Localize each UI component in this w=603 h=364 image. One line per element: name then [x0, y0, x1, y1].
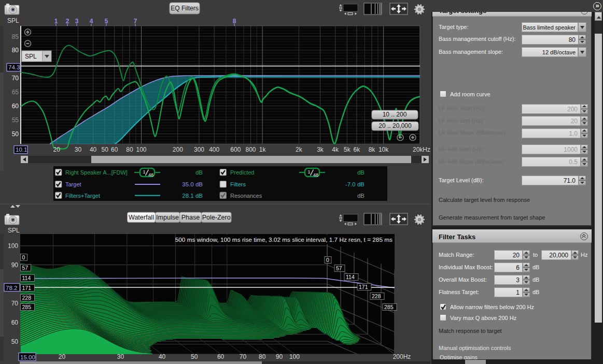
svg-text:28.1 dB: 28.1 dB: [182, 193, 203, 199]
svg-text:dB: dB: [357, 193, 364, 199]
svg-text:SPL: SPL: [7, 17, 19, 24]
svg-text:40: 40: [90, 146, 97, 153]
svg-text:114: 114: [22, 275, 31, 281]
svg-text:60: 60: [111, 146, 118, 153]
svg-text:10k: 10k: [378, 146, 389, 153]
svg-text:2k: 2k: [296, 146, 303, 153]
svg-text:600: 600: [230, 146, 241, 153]
svg-text:70: 70: [12, 75, 19, 82]
svg-text:0: 0: [326, 257, 329, 263]
svg-text:Predicted: Predicted: [230, 169, 254, 176]
svg-text:50: 50: [11, 338, 19, 345]
svg-text:7: 7: [134, 18, 137, 25]
svg-text:20kHz: 20kHz: [413, 146, 430, 153]
svg-text:171: 171: [359, 284, 368, 290]
svg-text:Pole-Zero: Pole-Zero: [202, 214, 231, 221]
svg-text:dB: dB: [357, 169, 364, 176]
svg-text:3k: 3k: [317, 146, 324, 153]
svg-text:228: 228: [372, 293, 381, 299]
svg-text:Filters: Filters: [230, 181, 246, 187]
svg-text:90: 90: [276, 353, 283, 360]
svg-text:Waterfall: Waterfall: [129, 214, 154, 221]
svg-text:-7.0 dB: -7.0 dB: [345, 181, 364, 187]
svg-text:228: 228: [22, 295, 32, 301]
svg-text:55: 55: [12, 117, 19, 124]
svg-text:4k: 4k: [332, 146, 339, 153]
svg-text:Right Speaker A...[FDW]: Right Speaker A...[FDW]: [65, 169, 128, 176]
svg-text:200: 200: [173, 146, 183, 153]
svg-text:70: 70: [240, 353, 247, 360]
svg-text:48: 48: [148, 172, 153, 178]
svg-text:200Hz: 200Hz: [393, 353, 411, 360]
svg-text:300: 300: [194, 146, 204, 153]
svg-text:85: 85: [12, 33, 19, 40]
svg-text:35.0 dB: 35.0 dB: [182, 181, 203, 187]
svg-text:Target: Target: [65, 181, 81, 187]
svg-text:10 .. 200: 10 .. 200: [383, 111, 407, 118]
svg-text:0: 0: [22, 254, 25, 260]
svg-text:10.1: 10.1: [16, 147, 27, 153]
svg-text:60: 60: [11, 319, 19, 326]
svg-text:800: 800: [245, 146, 256, 153]
svg-text:8k: 8k: [369, 146, 376, 153]
svg-text:285: 285: [22, 304, 32, 310]
svg-text:dB: dB: [195, 169, 203, 176]
svg-text:400: 400: [209, 146, 219, 153]
svg-text:Resonances: Resonances: [230, 193, 262, 199]
svg-text:Filters+Target: Filters+Target: [65, 193, 100, 199]
svg-text:SPL: SPL: [8, 227, 20, 234]
svg-text:2: 2: [66, 18, 69, 25]
svg-text:100: 100: [136, 146, 146, 153]
svg-text:EQ Filters: EQ Filters: [171, 5, 198, 12]
svg-text:1: 1: [143, 169, 146, 174]
svg-text:50: 50: [191, 353, 198, 360]
svg-text:80: 80: [259, 353, 266, 360]
svg-text:100: 100: [289, 353, 300, 360]
svg-text:285: 285: [384, 304, 394, 310]
svg-text:50: 50: [102, 146, 109, 153]
svg-text:Phase: Phase: [181, 214, 200, 221]
svg-text:57: 57: [336, 265, 342, 271]
svg-text:50: 50: [12, 130, 19, 138]
svg-text:500 ms window, 100 ms rise tim: 500 ms window, 100 ms rise time, 3.02 ms…: [175, 236, 392, 243]
svg-text:SPL: SPL: [25, 53, 37, 60]
svg-text:171: 171: [22, 285, 32, 291]
svg-text:30: 30: [117, 353, 124, 360]
svg-text:20 .. 20,000: 20 .. 20,000: [378, 122, 412, 129]
svg-text:5k: 5k: [344, 146, 351, 153]
svg-text:80: 80: [126, 146, 133, 153]
svg-text:1: 1: [308, 169, 311, 174]
svg-text:74.3: 74.3: [8, 64, 20, 70]
svg-text:8: 8: [233, 18, 236, 25]
svg-text:78.2: 78.2: [6, 285, 17, 291]
svg-text:3: 3: [75, 18, 79, 25]
svg-text:1: 1: [54, 18, 58, 25]
svg-text:114: 114: [346, 274, 355, 280]
svg-text:57: 57: [22, 265, 29, 271]
svg-text:20: 20: [53, 146, 61, 153]
svg-text:40: 40: [159, 353, 166, 360]
svg-text:4: 4: [90, 18, 93, 25]
svg-text:90: 90: [11, 261, 19, 269]
svg-text:70: 70: [11, 300, 19, 307]
svg-text:48: 48: [313, 172, 318, 178]
svg-text:5: 5: [105, 18, 108, 25]
svg-text:1k: 1k: [259, 146, 267, 153]
svg-text:30: 30: [75, 146, 82, 153]
svg-text:Impulse: Impulse: [156, 214, 179, 221]
svg-text:60: 60: [217, 353, 225, 360]
svg-text:20: 20: [59, 353, 66, 360]
svg-text:100: 100: [8, 242, 18, 250]
svg-text:65: 65: [12, 89, 19, 96]
svg-text:80: 80: [12, 47, 19, 54]
svg-text:6k: 6k: [353, 146, 360, 153]
svg-text:15.00: 15.00: [20, 354, 35, 360]
svg-text:60: 60: [12, 103, 19, 110]
